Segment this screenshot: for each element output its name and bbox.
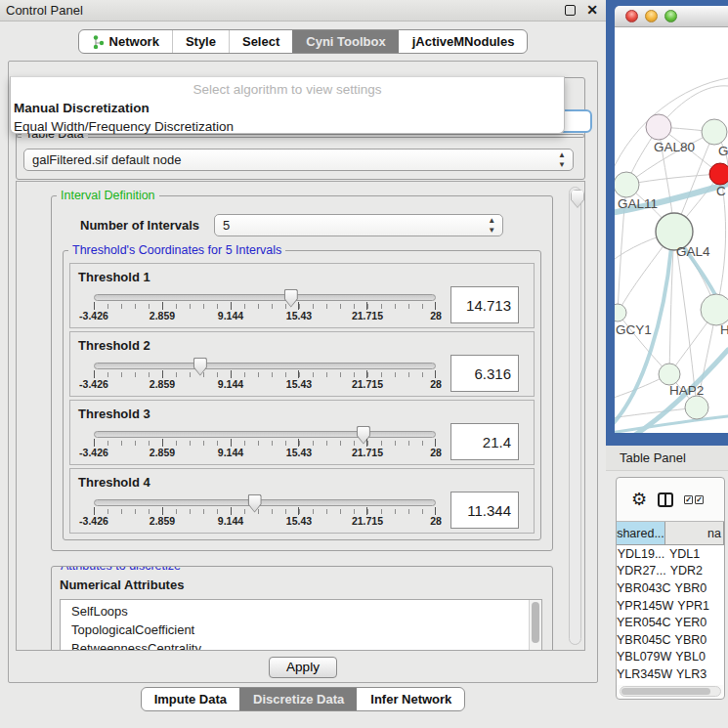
select-columns-icons[interactable]: ✓ ✓ [684, 495, 704, 504]
algorithm-placeholder: Select algorithm to view settings [11, 82, 564, 97]
panel-title: Control Panel [6, 3, 83, 18]
table-horizontal-scrollbar[interactable] [620, 686, 721, 697]
interval-definition-legend: Interval Definition [57, 189, 159, 202]
stepper-arrows-icon: ▲▼ [488, 216, 495, 236]
node-label: HAP2 [669, 383, 704, 398]
cyni-toolbox-panel: Discretization Algorithm Table Data galF… [8, 61, 598, 683]
columns-icon[interactable] [658, 492, 673, 507]
node-label: C [716, 184, 726, 198]
menu-item-manual-discretization[interactable]: Manual Discretization [11, 101, 564, 116]
table-panel-title: Table Panel [606, 446, 728, 471]
node-label: GAL80 [654, 140, 695, 154]
tab-jactivemnodules[interactable]: jActiveMNodules [399, 30, 528, 53]
stepper-arrows-icon: ▲▼ [558, 150, 566, 170]
algorithm-dropdown-popup: Select algorithm to view settings Manual… [10, 76, 565, 134]
attributes-group: Attributes to discretize Numerical Attri… [51, 566, 553, 651]
control-panel-window: Control Panel ✕ Network Style Select Cyn… [0, 0, 606, 728]
menu-item-equal-width-frequency[interactable]: Equal Width/Frequency Discretization [11, 119, 564, 135]
slider-ticks [94, 370, 436, 378]
network-view-window: GAL80 GA C GAL11 GAL4 GCY1 H HAP2 [606, 0, 728, 446]
node-gal80[interactable] [646, 114, 671, 140]
node-label: GCY1 [616, 322, 652, 337]
numerical-attributes-list[interactable]: SelfLoops TopologicalCoefficient Between… [60, 599, 542, 651]
threshold-4-value-field[interactable]: 11.344 [450, 492, 519, 529]
column-header-shared-name[interactable]: shared... [617, 522, 665, 544]
table-row[interactable]: YBR045CYBR0 [617, 631, 724, 649]
table-row[interactable]: YBR043CYBR0 [617, 579, 724, 597]
threshold-4-box: Threshold 4 -3.426 2.859 9.144 15.43 [69, 468, 535, 534]
node-hap2[interactable] [659, 364, 680, 385]
table-row[interactable]: YER054CYER0 [617, 614, 724, 631]
table-row[interactable]: YDR27...YDR2 [617, 563, 724, 580]
column-header-name[interactable]: na [665, 522, 724, 544]
right-column: GAL80 GA C GAL11 GAL4 GCY1 H HAP2 Table … [606, 0, 728, 728]
number-of-intervals-combobox[interactable]: 5 ▲▼ [214, 214, 503, 236]
list-scrollbar[interactable] [529, 600, 541, 651]
checkbox-icon: ✓ [695, 495, 704, 504]
threshold-3-box: Threshold 3 -3.426 2.859 9.144 15.43 [69, 400, 535, 465]
threshold-4-slider[interactable]: -3.426 2.859 9.144 15.43 21.715 28 [94, 493, 436, 528]
threshold-2-label: Threshold 2 [78, 338, 519, 353]
list-item[interactable]: TopologicalCoefficient [71, 621, 528, 639]
tab-network[interactable]: Network [79, 30, 172, 53]
threshold-4-label: Threshold 4 [78, 475, 519, 490]
list-item[interactable]: BetweennessCentrality [71, 639, 528, 651]
interval-definition-group: Interval Definition Number of Intervals … [51, 195, 553, 551]
top-tab-row: Network Style Select Cyni Toolbox jActiv… [0, 29, 606, 54]
numerical-attributes-label: Numerical Attributes [60, 578, 542, 592]
float-window-icon[interactable] [565, 5, 576, 16]
threshold-3-label: Threshold 3 [78, 407, 519, 421]
network-canvas[interactable]: GAL80 GA C GAL11 GAL4 GCY1 H HAP2 [615, 27, 728, 433]
table-row[interactable]: YBL079WYBL0 [617, 649, 724, 666]
threshold-3-value-field[interactable]: 21.4 [450, 423, 519, 460]
network-graph: GAL80 GA C GAL11 GAL4 GCY1 H HAP2 [615, 27, 728, 433]
threshold-2-box: Threshold 2 -3.426 2.859 9.144 15.43 [69, 331, 535, 397]
tab-cyni-toolbox[interactable]: Cyni Toolbox [292, 30, 398, 53]
threshold-2-value-field[interactable]: 6.316 [450, 355, 519, 392]
slider-ticks [94, 507, 436, 515]
threshold-1-value-field[interactable]: 14.713 [450, 286, 519, 323]
network-window-titlebar [615, 6, 728, 27]
node-red-selected[interactable] [709, 163, 728, 185]
close-traffic-light-icon[interactable] [625, 10, 638, 22]
threshold-1-slider[interactable]: -3.426 2.859 9.144 15.43 21.715 28 [94, 288, 436, 322]
apply-button[interactable]: Apply [269, 657, 337, 678]
minimize-traffic-light-icon[interactable] [645, 10, 658, 22]
attributes-legend: Attributes to discretize [57, 566, 185, 573]
node-label: GAL4 [676, 244, 710, 259]
list-item[interactable]: SelfLoops [71, 602, 528, 621]
tab-discretize-data[interactable]: Discretize Data [239, 688, 357, 710]
table-row[interactable]: YPR145WYPR1 [617, 597, 724, 615]
table-row[interactable]: YLR345WYLR3 [617, 665, 724, 683]
node-table: shared... na YDL19...YDL1 YDR27...YDR2 Y… [617, 521, 724, 685]
gear-icon[interactable]: ⚙ [631, 491, 647, 508]
table-panel-section: Table Panel ⚙ ✓ ✓ shared... na YDL19...Y… [606, 446, 728, 728]
table-panel-toolbar: ⚙ ✓ ✓ [617, 478, 724, 521]
node-label: GA [718, 144, 728, 158]
node-label: GAL11 [618, 196, 658, 211]
threshold-3-slider[interactable]: -3.426 2.859 9.144 15.43 21.715 28 [94, 425, 436, 459]
node-gal11[interactable] [615, 172, 639, 197]
bottom-tab-row: Impute Data Discretize Data Infer Networ… [0, 687, 606, 711]
tab-infer-network[interactable]: Infer Network [357, 688, 464, 710]
table-data-combobox[interactable]: galFiltered.sif default node ▲▼ [23, 149, 574, 171]
node-bottom[interactable] [685, 396, 708, 419]
tab-select[interactable]: Select [229, 30, 292, 53]
slider-ticks [94, 302, 436, 310]
node-top-right[interactable] [702, 119, 727, 145]
settings-scroll-area: Interval Definition Number of Intervals … [16, 181, 585, 651]
threshold-1-label: Threshold 1 [78, 270, 519, 284]
zoom-traffic-light-icon[interactable] [664, 10, 677, 22]
threshold-2-slider[interactable]: -3.426 2.859 9.144 15.43 21.715 28 [94, 357, 436, 391]
node-h[interactable] [701, 294, 728, 325]
main-vertical-scrollbar[interactable] [569, 187, 581, 645]
close-icon[interactable]: ✕ [586, 0, 598, 21]
table-row[interactable]: YDL19...YDL1 [617, 545, 724, 563]
tab-impute-data[interactable]: Impute Data [142, 688, 239, 710]
checkbox-icon: ✓ [684, 495, 693, 504]
tab-style[interactable]: Style [172, 30, 229, 53]
table-row[interactable]: YIL052CYIL0 [617, 683, 724, 685]
threshold-1-box: Threshold 1 -3.426 2.859 9.144 15.43 [69, 263, 535, 328]
number-of-intervals-label: Number of Intervals [80, 218, 199, 233]
node-gcy1[interactable] [615, 304, 626, 321]
